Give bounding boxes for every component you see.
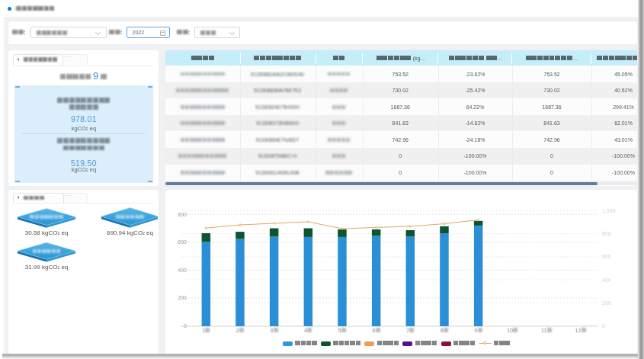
svg-text:400: 400 xyxy=(602,277,611,283)
svg-text:0: 0 xyxy=(602,323,605,329)
svg-text:600: 600 xyxy=(178,239,187,245)
svg-text:600: 600 xyxy=(602,254,611,259)
svg-text:200: 200 xyxy=(178,295,187,300)
svg-text:1,000: 1,000 xyxy=(602,208,616,213)
svg-text:800: 800 xyxy=(602,231,611,236)
svg-text:400: 400 xyxy=(178,268,187,273)
svg-text:0: 0 xyxy=(184,323,187,329)
svg-text:800: 800 xyxy=(178,212,187,217)
svg-text:200: 200 xyxy=(602,300,611,306)
